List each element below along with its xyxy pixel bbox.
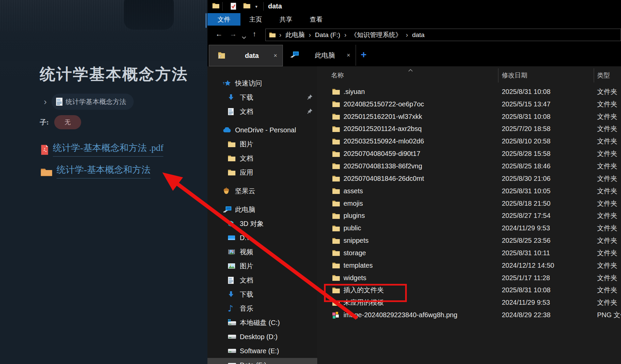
sidebar-item[interactable]: 下载 (207, 90, 317, 104)
file-row[interactable]: snippets2025/8/25 23:56文件夹 (317, 234, 621, 247)
file-name[interactable]: 20250325150924-mlo02d6 (344, 137, 424, 145)
file-name[interactable]: 20250125201124-axr2bsq (344, 125, 422, 133)
close-tab-icon[interactable]: × (273, 52, 277, 59)
sidebar-item[interactable]: 3D 对象 (207, 217, 317, 231)
sidebar-item[interactable]: 文档 (207, 104, 317, 119)
file-row[interactable]: image-20240829223840-af6wg8h.png2024/8/2… (317, 309, 621, 321)
file-name[interactable]: 插入的文件夹 (344, 286, 384, 295)
sidebar-item[interactable]: Software (E:) (207, 344, 317, 358)
sidebar-item[interactable]: 图片 (207, 259, 317, 273)
file-name[interactable]: 20250704080459-di90t17 (344, 150, 420, 158)
chevron-right-icon[interactable]: › (44, 97, 47, 107)
file-row[interactable]: 20240825150722-oe6p7oc2025/5/15 13:47文件夹 (317, 98, 621, 110)
column-name[interactable]: 名称 (331, 71, 344, 80)
sidebar-item[interactable]: 坚果云 (207, 184, 317, 198)
close-tab-icon[interactable]: × (347, 52, 350, 59)
file-name[interactable]: image-20240829223840-af6wg8h.png (344, 311, 457, 319)
history-dropdown-icon[interactable] (242, 33, 246, 41)
sidebar-item[interactable]: ♪音乐 (207, 301, 317, 316)
pdf-link-row[interactable]: 统计学-基本概念和方法 .pdf (40, 142, 163, 157)
sort-ascending-icon[interactable] (408, 67, 413, 70)
sidebar-item[interactable]: 此电脑 (207, 202, 317, 217)
file-name[interactable]: widgets (344, 274, 366, 282)
ribbon-tab-2[interactable]: 主页 (240, 13, 271, 26)
sidebar-item[interactable]: 视频 (207, 245, 317, 259)
new-tab-button[interactable]: + (361, 49, 367, 60)
file-row[interactable]: 20250704081846-26dc0mt2025/8/30 21:06文件夹 (317, 172, 621, 185)
sidebar-item[interactable]: 文档 (207, 151, 317, 165)
tab-this-pc[interactable]: 此电脑 × (282, 45, 356, 66)
file-name[interactable]: assets (344, 187, 363, 195)
file-row[interactable]: templates2024/12/12 14:50文件夹 (317, 259, 621, 272)
file-row[interactable]: 插入的文件夹2025/8/31 10:08文件夹 (317, 284, 621, 297)
file-name[interactable]: 未应用的模板 (344, 298, 384, 307)
folder-quick-access-icon[interactable] (212, 2, 220, 10)
file-name[interactable]: 20240825150722-oe6p7oc (344, 100, 424, 108)
file-name[interactable]: storage (344, 249, 366, 257)
qat-dropdown-icon[interactable]: ▾ (255, 4, 258, 9)
column-separator[interactable] (498, 68, 498, 82)
file-name[interactable]: emojis (344, 200, 363, 207)
breadcrumb-chevron-icon[interactable]: › (344, 31, 347, 39)
file-row[interactable]: emojis2025/8/18 21:50文件夹 (317, 197, 621, 210)
file-row[interactable]: 20250125162201-wl37xkk2025/8/31 10:08文件夹 (317, 110, 621, 123)
file-row[interactable]: 20250125201124-axr2bsq2025/7/20 18:58文件夹 (317, 123, 621, 135)
properties-check-icon[interactable] (230, 2, 238, 10)
file-row[interactable]: 20250704081338-86f2vng2025/8/25 18:46文件夹 (317, 160, 621, 172)
back-icon[interactable]: ← (216, 30, 223, 38)
sidebar-item[interactable]: 图片 (207, 137, 317, 151)
forward-icon[interactable]: → (230, 30, 237, 38)
sidebar-item[interactable]: D:\ (207, 231, 317, 245)
breadcrumb-item[interactable]: Data (F:) (315, 31, 340, 39)
file-name[interactable]: templates (344, 262, 373, 269)
sidebar-item-label: 文档 (240, 107, 253, 116)
file-name[interactable]: 20250125162201-wl37xkk (344, 113, 422, 121)
breadcrumb-item[interactable]: data (412, 31, 425, 39)
file-row[interactable]: assets2025/8/31 10:05文件夹 (317, 185, 621, 197)
sidebar-item[interactable]: 本地磁盘 (C:) (207, 316, 317, 330)
sidebar-item[interactable]: 下载 (207, 287, 317, 301)
file-row[interactable]: storage2025/8/31 10:11文件夹 (317, 247, 621, 259)
ribbon-tab-4[interactable]: 查看 (301, 13, 331, 26)
file-row[interactable]: 20250325150924-mlo02d62025/8/10 20:58文件夹 (317, 135, 621, 147)
file-row[interactable]: 未应用的模板2024/11/29 9:53文件夹 (317, 296, 621, 309)
sidebar-item[interactable]: Data (F:) (207, 358, 317, 364)
file-row[interactable]: widgets2025/1/17 11:28文件夹 (317, 272, 621, 284)
file-name[interactable]: plugins (344, 212, 365, 220)
address-input[interactable]: ›此电脑›Data (F:)›《知识管理系统》›data (265, 29, 621, 41)
column-type[interactable]: 类型 (597, 71, 610, 80)
folder-link-row[interactable]: 统计学-基本概念和方法 (40, 164, 151, 178)
file-name[interactable]: 20250704081338-86f2vng (344, 162, 422, 170)
folder-link[interactable]: 统计学-基本概念和方法 (57, 164, 151, 178)
sidebar-item[interactable]: Desktop (D:) (207, 330, 317, 344)
document-tree-row[interactable]: › 统计学基本概念方法 (44, 94, 134, 110)
file-name[interactable]: 20250704081846-26dc0mt (344, 175, 424, 183)
breadcrumb-chevron-icon[interactable]: › (309, 31, 311, 39)
document-tree-item[interactable]: 统计学基本概念方法 (52, 94, 134, 110)
breadcrumb-item[interactable]: 此电脑 (286, 31, 305, 39)
pdf-link[interactable]: 统计学-基本概念和方法 .pdf (53, 142, 163, 157)
sidebar-item[interactable]: 应用 (207, 165, 317, 179)
sidebar-item[interactable]: OneDrive - Personal (207, 123, 317, 137)
column-separator[interactable] (594, 68, 594, 82)
ribbon-tab-1[interactable]: 文件 (207, 13, 240, 26)
ribbon-tab-3[interactable]: 共享 (271, 13, 301, 26)
sidebar-item[interactable]: 文档 (207, 273, 317, 287)
file-row[interactable]: .siyuan2025/8/31 10:08文件夹 (317, 86, 621, 98)
folder-icon (332, 151, 340, 157)
sidebar-item[interactable]: 快速访问 (207, 76, 317, 90)
breadcrumb-chevron-icon[interactable]: › (279, 31, 282, 39)
file-row[interactable]: plugins2025/8/27 17:54文件夹 (317, 209, 621, 222)
column-modified[interactable]: 修改日期 (502, 71, 527, 80)
breadcrumb-chevron-icon[interactable]: › (406, 31, 408, 39)
file-name[interactable]: snippets (344, 237, 369, 244)
file-name[interactable]: public (344, 224, 361, 232)
sidebar-item-label: 此电脑 (235, 205, 255, 214)
new-folder-icon[interactable] (243, 2, 251, 10)
tab-data[interactable]: F data × (209, 45, 283, 66)
breadcrumb-item[interactable]: 《知识管理系统》 (351, 31, 402, 39)
up-icon[interactable]: ↑ (253, 30, 256, 38)
file-row[interactable]: 20250704080459-di90t172025/8/28 15:58文件夹 (317, 147, 621, 160)
file-name[interactable]: .siyuan (344, 88, 365, 96)
file-row[interactable]: public2024/11/29 9:53文件夹 (317, 222, 621, 234)
